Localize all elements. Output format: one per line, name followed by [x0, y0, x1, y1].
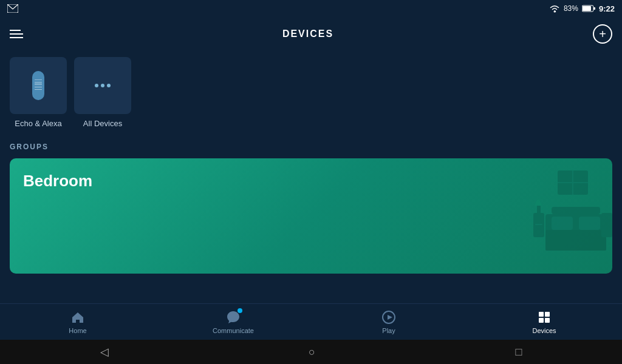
echo-alexa-label: Echo & Alexa [10, 119, 67, 128]
nav-play[interactable]: Play [311, 309, 466, 334]
svg-rect-20 [545, 312, 550, 317]
nav-communicate-label: Communicate [213, 327, 254, 334]
recents-button[interactable]: □ [515, 346, 522, 359]
clock: 9:22 [599, 4, 615, 13]
communicate-notification-dot [238, 308, 242, 313]
all-devices-label: All Devices [74, 119, 131, 128]
svg-rect-8 [579, 217, 600, 230]
status-bar: 83% 9:22 [0, 0, 622, 17]
svg-rect-13 [601, 213, 612, 237]
svg-rect-4 [593, 7, 595, 10]
svg-marker-18 [388, 315, 392, 320]
menu-button[interactable] [10, 30, 23, 38]
svg-rect-16 [558, 182, 588, 183]
nav-home-label: Home [69, 327, 86, 334]
bedroom-decoration [533, 158, 612, 274]
nav-play-label: Play [382, 327, 395, 334]
communicate-icon [225, 309, 241, 325]
bedroom-group-card[interactable]: Bedroom [10, 158, 612, 274]
all-devices-icon [95, 84, 111, 87]
svg-point-1 [553, 11, 555, 13]
bedroom-group-name: Bedroom [23, 172, 92, 190]
battery-percent: 83% [564, 4, 578, 13]
all-devices-card[interactable]: All Devices [74, 57, 131, 128]
nav-devices[interactable]: Devices [466, 309, 622, 334]
echo-device-icon [32, 71, 44, 100]
svg-rect-7 [552, 217, 573, 230]
groups-section-label: GROUPS [10, 143, 612, 151]
home-icon [70, 309, 86, 325]
svg-rect-11 [535, 224, 542, 225]
back-button[interactable]: ◁ [100, 345, 109, 359]
system-nav-bar: ◁ ○ □ [0, 340, 622, 364]
device-cards-row: Echo & Alexa All Devices [10, 57, 612, 128]
page-title: DEVICES [282, 29, 333, 39]
home-button[interactable]: ○ [309, 346, 315, 359]
bottom-nav: Home Communicate Play [0, 303, 622, 340]
echo-alexa-card[interactable]: Echo & Alexa [10, 57, 67, 128]
devices-icon [536, 309, 552, 325]
svg-rect-5 [552, 207, 600, 214]
status-right: 83% 9:22 [549, 4, 615, 13]
main-content: Echo & Alexa All Devices GROUPS Bedroom [0, 51, 622, 328]
svg-rect-12 [537, 206, 541, 213]
email-icon [7, 4, 18, 13]
svg-rect-9 [545, 230, 606, 251]
notification-area [7, 4, 18, 13]
svg-rect-22 [545, 318, 550, 323]
wifi-icon [549, 4, 560, 13]
svg-rect-19 [539, 312, 544, 317]
svg-rect-3 [583, 6, 591, 11]
app-bar: DEVICES + [0, 17, 622, 51]
battery-icon [582, 5, 595, 12]
svg-rect-21 [539, 318, 544, 323]
nav-home[interactable]: Home [0, 309, 156, 334]
play-icon [381, 309, 397, 325]
add-device-button[interactable]: + [593, 24, 612, 44]
nav-communicate[interactable]: Communicate [156, 309, 311, 334]
nav-devices-label: Devices [532, 327, 556, 334]
